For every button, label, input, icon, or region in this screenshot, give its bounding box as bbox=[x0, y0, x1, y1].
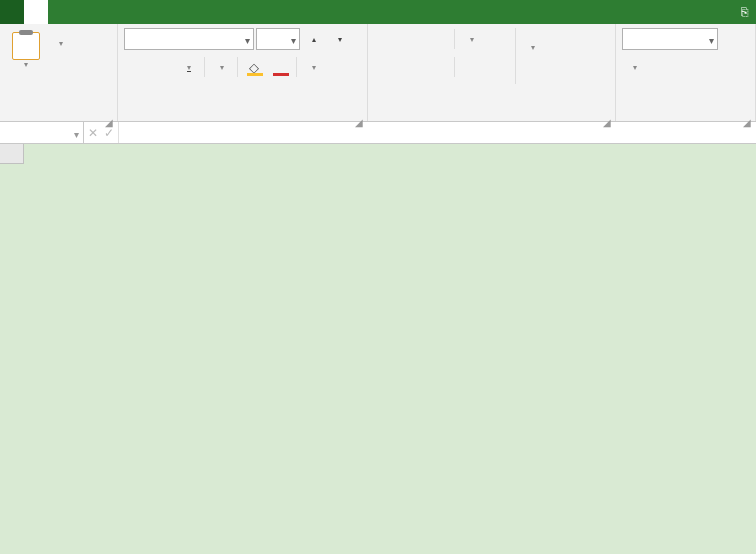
align-middle-button[interactable] bbox=[400, 28, 424, 50]
tab-baidu-netdisk[interactable] bbox=[264, 0, 288, 24]
align-bottom-button[interactable] bbox=[426, 28, 450, 50]
increase-indent-button[interactable] bbox=[485, 56, 509, 78]
italic-button[interactable] bbox=[150, 56, 174, 78]
bold-button[interactable] bbox=[124, 56, 148, 78]
wrap-text-button[interactable] bbox=[522, 28, 540, 34]
tab-developer[interactable] bbox=[192, 0, 216, 24]
border-button[interactable] bbox=[209, 56, 233, 78]
currency-button[interactable] bbox=[622, 56, 646, 78]
align-center-button[interactable] bbox=[400, 56, 424, 78]
font-size-select[interactable] bbox=[256, 28, 300, 50]
paste-icon bbox=[12, 32, 40, 60]
name-box[interactable] bbox=[0, 122, 84, 143]
clipboard-launcher[interactable]: ◢ bbox=[105, 117, 113, 128]
copy-button[interactable]: ▾ bbox=[50, 36, 68, 51]
tab-formulas[interactable] bbox=[96, 0, 120, 24]
fx-label[interactable] bbox=[119, 122, 131, 143]
paste-button[interactable]: ▾ bbox=[6, 28, 46, 73]
decrease-font-button[interactable]: ▾ bbox=[328, 28, 352, 50]
formula-bar-input[interactable] bbox=[131, 122, 756, 143]
cancel-formula-icon: ✕ bbox=[88, 126, 98, 140]
share-icon[interactable]: ⎘ bbox=[732, 0, 756, 24]
tab-file[interactable] bbox=[0, 0, 24, 24]
underline-button[interactable] bbox=[176, 56, 200, 78]
align-left-button[interactable] bbox=[374, 56, 398, 78]
font-color-button[interactable] bbox=[268, 56, 292, 78]
select-all-corner[interactable] bbox=[0, 144, 24, 164]
font-group-label: ◢ bbox=[118, 115, 367, 121]
orientation-button[interactable] bbox=[459, 28, 483, 50]
decrease-indent-button[interactable] bbox=[459, 56, 483, 78]
increase-font-button[interactable]: ▴ bbox=[302, 28, 326, 50]
tab-view[interactable] bbox=[168, 0, 192, 24]
percent-button[interactable] bbox=[648, 56, 672, 78]
alignment-launcher[interactable]: ◢ bbox=[603, 117, 611, 128]
tab-pdf-tools[interactable] bbox=[240, 0, 264, 24]
fill-color-button[interactable]: ◇ bbox=[242, 56, 266, 78]
number-launcher[interactable]: ◢ bbox=[743, 117, 751, 128]
font-name-select[interactable] bbox=[124, 28, 254, 50]
tab-review[interactable] bbox=[144, 0, 168, 24]
tab-page-layout[interactable] bbox=[72, 0, 96, 24]
comma-button[interactable] bbox=[674, 56, 698, 78]
merge-center-button[interactable]: ▾ bbox=[522, 40, 540, 55]
clipboard-group-label: ◢ bbox=[0, 115, 117, 121]
font-launcher[interactable]: ◢ bbox=[355, 117, 363, 128]
tab-data[interactable] bbox=[120, 0, 144, 24]
alignment-group-label: ◢ bbox=[368, 115, 615, 121]
phonetic-button[interactable] bbox=[301, 56, 325, 78]
tab-help[interactable] bbox=[216, 0, 240, 24]
number-format-select[interactable] bbox=[622, 28, 718, 50]
number-group-label: ◢ bbox=[616, 115, 755, 121]
increase-decimal-button[interactable] bbox=[700, 56, 724, 78]
format-painter-button[interactable] bbox=[50, 53, 68, 59]
tab-insert[interactable] bbox=[48, 0, 72, 24]
tab-home[interactable] bbox=[24, 0, 48, 24]
align-right-button[interactable] bbox=[426, 56, 450, 78]
cut-button[interactable] bbox=[50, 28, 68, 34]
align-top-button[interactable] bbox=[374, 28, 398, 50]
